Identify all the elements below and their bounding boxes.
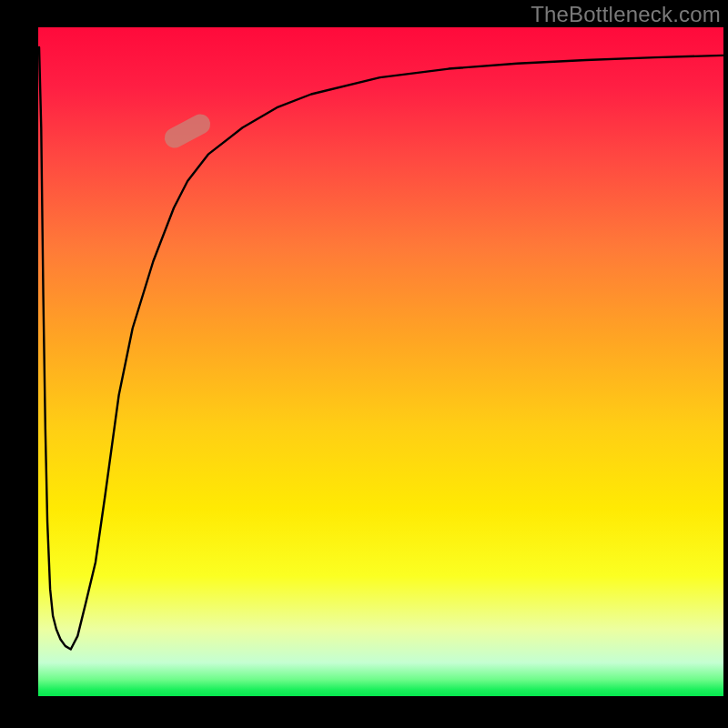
y-axis bbox=[36, 27, 38, 696]
x-axis bbox=[36, 696, 723, 698]
plot-area bbox=[36, 27, 723, 696]
bottleneck-curve bbox=[36, 27, 723, 696]
stage: TheBottleneck.com bbox=[0, 0, 728, 728]
attribution-text: TheBottleneck.com bbox=[531, 2, 721, 27]
